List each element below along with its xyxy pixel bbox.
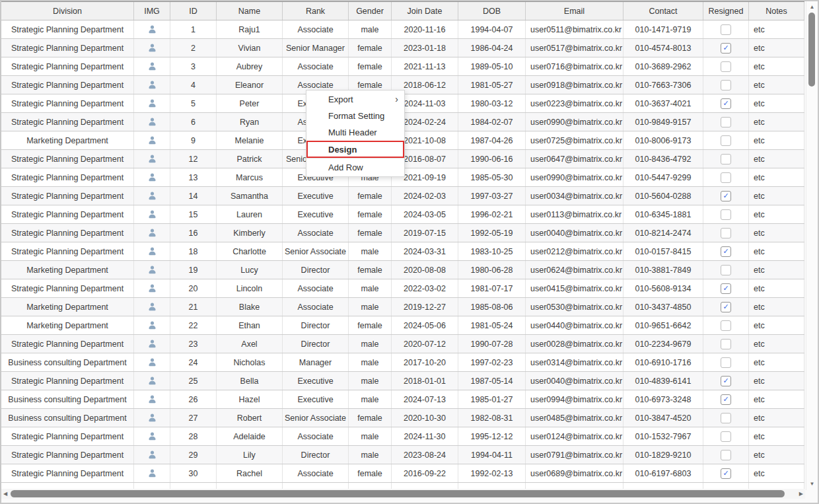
- cell-dob[interactable]: 1980-03-12: [458, 94, 526, 112]
- cell-img[interactable]: [134, 224, 170, 242]
- cell-contact[interactable]: 010-6973-3248: [623, 390, 703, 408]
- cell-notes[interactable]: etc: [749, 150, 804, 168]
- resigned-checkbox[interactable]: ✓: [721, 43, 731, 54]
- resigned-checkbox[interactable]: [721, 339, 731, 349]
- cell-name[interactable]: Ryan: [217, 113, 283, 131]
- cell-id[interactable]: 19: [170, 261, 217, 279]
- cell-resigned[interactable]: [703, 446, 749, 464]
- cell-img[interactable]: [134, 76, 170, 94]
- cell-name[interactable]: Samantha: [217, 187, 283, 205]
- cell-email[interactable]: user0212@bimatrix.co.kr: [526, 242, 623, 260]
- cell-gender[interactable]: female: [349, 464, 392, 482]
- cell-notes[interactable]: etc: [749, 187, 804, 205]
- cell-contact[interactable]: 010-3881-7849: [623, 261, 703, 279]
- menu-item-design[interactable]: Design: [306, 141, 404, 158]
- cell-rank[interactable]: Senior Associate: [283, 409, 349, 427]
- cell-dob[interactable]: 1984-02-07: [458, 113, 526, 131]
- cell-contact[interactable]: 010-6345-1881: [623, 205, 703, 223]
- cell-join-date[interactable]: 2024-02-03: [392, 187, 458, 205]
- cell-division[interactable]: Strategic Planning Department: [1, 205, 134, 223]
- cell-id[interactable]: 20: [170, 279, 217, 297]
- cell-resigned[interactable]: [703, 20, 749, 38]
- cell-resigned[interactable]: [703, 261, 749, 279]
- cell-contact[interactable]: 010-1471-9719: [623, 20, 703, 38]
- cell-division[interactable]: Strategic Planning Department: [1, 224, 134, 242]
- cell-email[interactable]: user0485@bimatrix.co.kr: [526, 409, 623, 427]
- cell-resigned[interactable]: [703, 131, 749, 149]
- cell-email[interactable]: user0440@bimatrix.co.kr: [526, 316, 623, 334]
- column-header-contact[interactable]: Contact: [623, 2, 703, 20]
- cell-notes[interactable]: etc: [749, 464, 804, 482]
- cell-img[interactable]: [134, 316, 170, 334]
- cell-email[interactable]: user0040@bimatrix.co.kr: [526, 224, 623, 242]
- resigned-checkbox[interactable]: [721, 172, 731, 183]
- horizontal-scrollbar[interactable]: ◀ ▶: [1, 489, 805, 499]
- cell-rank[interactable]: Associate: [283, 57, 349, 75]
- cell-contact[interactable]: 010-3847-4520: [623, 409, 703, 427]
- scroll-right-icon[interactable]: ▶: [799, 489, 803, 499]
- resigned-checkbox[interactable]: [721, 450, 731, 460]
- cell-name[interactable]: Ethan: [217, 316, 283, 334]
- cell-resigned[interactable]: [703, 353, 749, 371]
- cell-division[interactable]: Marketing Department: [1, 131, 134, 149]
- cell-resigned[interactable]: [703, 224, 749, 242]
- resigned-checkbox[interactable]: [721, 209, 731, 220]
- cell-email[interactable]: user0918@bimatrix.co.kr: [526, 76, 623, 94]
- cell-division[interactable]: Business consulting Department: [1, 390, 134, 408]
- cell-name[interactable]: Nicholas: [217, 353, 283, 371]
- cell-rank[interactable]: Executive: [283, 187, 349, 205]
- cell-name[interactable]: Aubrey: [217, 57, 283, 75]
- cell-email[interactable]: user0624@bimatrix.co.kr: [526, 261, 623, 279]
- cell-gender[interactable]: male: [349, 335, 392, 353]
- cell-contact[interactable]: 010-9651-6642: [623, 316, 703, 334]
- cell-img[interactable]: [134, 427, 170, 445]
- horizontal-scrollbar-thumb[interactable]: [11, 490, 785, 497]
- cell-email[interactable]: user0716@bimatrix.co.kr: [526, 57, 623, 75]
- cell-resigned[interactable]: [703, 76, 749, 94]
- cell-id[interactable]: 5: [170, 94, 217, 112]
- cell-join-date[interactable]: 2020-11-16: [392, 20, 458, 38]
- cell-division[interactable]: Strategic Planning Department: [1, 20, 134, 38]
- cell-dob[interactable]: 1987-04-26: [458, 131, 526, 149]
- cell-id[interactable]: 9: [170, 131, 217, 149]
- cell-division[interactable]: Marketing Department: [1, 298, 134, 316]
- cell-resigned[interactable]: ✓: [703, 298, 749, 316]
- cell-notes[interactable]: etc: [749, 298, 804, 316]
- column-header-joindate[interactable]: Join Date: [392, 2, 458, 20]
- cell-join-date[interactable]: 2016-09-22: [392, 464, 458, 482]
- cell-division[interactable]: Strategic Planning Department: [1, 187, 134, 205]
- cell-notes[interactable]: etc: [749, 261, 804, 279]
- cell-img[interactable]: [134, 187, 170, 205]
- cell-gender[interactable]: female: [349, 316, 392, 334]
- cell-dob[interactable]: 1985-08-06: [458, 298, 526, 316]
- cell-notes[interactable]: etc: [749, 168, 804, 186]
- resigned-checkbox[interactable]: [721, 357, 731, 368]
- cell-name[interactable]: Patrick: [217, 150, 283, 168]
- cell-resigned[interactable]: ✓: [703, 39, 749, 57]
- cell-img[interactable]: [134, 409, 170, 427]
- cell-contact[interactable]: 010-2234-9679: [623, 335, 703, 353]
- cell-join-date[interactable]: 2024-07-13: [392, 390, 458, 408]
- cell-email[interactable]: user0040@bimatrix.co.kr: [526, 372, 623, 390]
- cell-join-date[interactable]: 2024-11-30: [392, 427, 458, 445]
- cell-dob[interactable]: 1981-05-27: [458, 76, 526, 94]
- cell-img[interactable]: [134, 446, 170, 464]
- cell-division[interactable]: Strategic Planning Department: [1, 94, 134, 112]
- cell-resigned[interactable]: [703, 335, 749, 353]
- cell-id[interactable]: 1: [170, 20, 217, 38]
- cell-name[interactable]: Rachel: [217, 464, 283, 482]
- cell-dob[interactable]: 1997-02-23: [458, 353, 526, 371]
- cell-notes[interactable]: etc: [749, 353, 804, 371]
- cell-dob[interactable]: 1982-08-31: [458, 409, 526, 427]
- cell-dob[interactable]: 1997-03-27: [458, 187, 526, 205]
- cell-resigned[interactable]: [703, 205, 749, 223]
- cell-email[interactable]: user0511@bimatrix.co.kr: [526, 20, 623, 38]
- vertical-scrollbar-thumb[interactable]: [808, 13, 815, 87]
- cell-dob[interactable]: 1985-01-27: [458, 390, 526, 408]
- cell-division[interactable]: Strategic Planning Department: [1, 279, 134, 297]
- scroll-up-icon[interactable]: ▲: [806, 3, 818, 12]
- cell-name[interactable]: Vivian: [217, 39, 283, 57]
- cell-resigned[interactable]: ✓: [703, 372, 749, 390]
- cell-dob[interactable]: 1985-05-30: [458, 168, 526, 186]
- cell-contact[interactable]: 010-0157-8415: [623, 242, 703, 260]
